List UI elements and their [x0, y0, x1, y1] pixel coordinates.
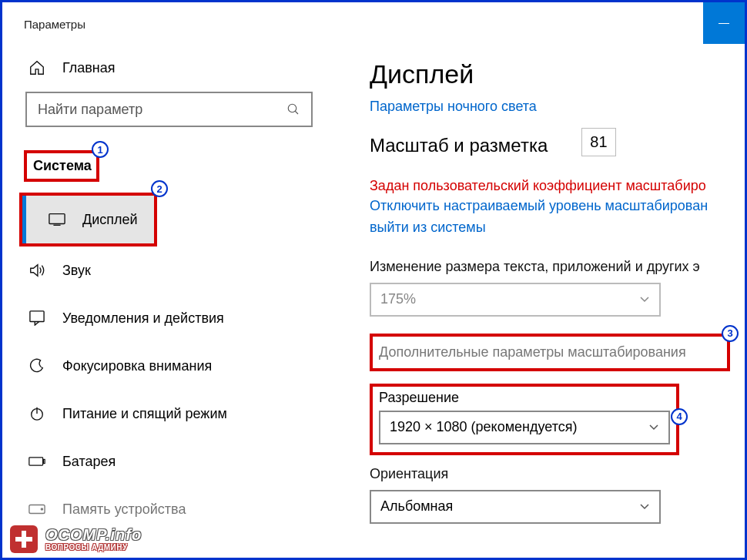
- svg-rect-8: [43, 459, 45, 463]
- chevron-down-icon: [648, 424, 659, 431]
- advanced-scaling-highlight: 3 Дополнительные параметры масштабирован…: [370, 334, 730, 371]
- svg-rect-7: [29, 458, 43, 465]
- watermark-line2: ВОПРОСЫ АДМИНУ: [45, 544, 142, 552]
- sidebar-item-focus[interactable]: Фокусировка внимания: [2, 342, 336, 390]
- home-icon: [28, 59, 45, 76]
- scale-select[interactable]: 175%: [370, 283, 661, 317]
- chevron-down-icon: [639, 296, 650, 303]
- callout-2: 2: [151, 180, 168, 197]
- resize-label: Изменение размера текста, приложений и д…: [370, 259, 745, 275]
- search-input[interactable]: Найти параметр: [25, 92, 313, 127]
- chevron-down-icon: [639, 503, 650, 511]
- window-title: Параметры: [24, 18, 85, 31]
- resolution-select[interactable]: 1920 × 1080 (рекомендуется): [379, 411, 670, 444]
- search-icon: [286, 102, 300, 116]
- svg-rect-4: [30, 311, 44, 322]
- minimize-button[interactable]: [703, 2, 745, 44]
- orientation-select[interactable]: Альбомная: [370, 490, 661, 524]
- night-light-link[interactable]: Параметры ночного света: [370, 99, 745, 115]
- svg-line-1: [295, 111, 298, 114]
- search-placeholder: Найти параметр: [38, 102, 286, 118]
- advanced-scaling-link[interactable]: Дополнительные параметры масштабирования: [379, 344, 686, 360]
- sidebar-item-power[interactable]: Питание и спящий режим: [2, 390, 336, 438]
- sidebar-home-label: Главная: [62, 60, 116, 76]
- watermark-line1: OCOMP.info: [45, 527, 142, 542]
- power-icon: [28, 406, 45, 421]
- titlebar: Параметры: [2, 2, 745, 45]
- settings-window: Параметры Главная Найти параметр 1 Систе…: [0, 0, 747, 560]
- callout-1: 1: [92, 141, 109, 158]
- resolution-highlight: 4 Разрешение 1920 × 1080 (рекомендуется): [370, 384, 679, 455]
- main-content: Дисплей Параметры ночного света Масштаб …: [336, 45, 745, 558]
- scale-heading: Масштаб и разметка: [370, 135, 548, 156]
- display-icon: [49, 213, 65, 226]
- sidebar-item-storage-label: Память устройства: [62, 501, 186, 518]
- sidebar-item-display[interactable]: Дисплей: [22, 196, 154, 243]
- sound-icon: [28, 263, 45, 278]
- resolution-select-value: 1920 × 1080 (рекомендуется): [390, 419, 648, 435]
- focus-icon: [28, 358, 45, 374]
- page-title: Дисплей: [370, 59, 745, 89]
- svg-rect-2: [49, 214, 65, 224]
- scale-select-value: 175%: [380, 291, 639, 307]
- disable-scaling-link[interactable]: Отключить настраиваемый уровень масштаби…: [370, 196, 745, 239]
- sidebar-item-focus-label: Фокусировка внимания: [62, 358, 212, 374]
- sidebar-section-system: Система: [27, 153, 96, 179]
- callout-4: 4: [671, 408, 688, 425]
- resolution-label: Разрешение: [379, 390, 670, 406]
- notifications-icon: [28, 310, 45, 326]
- orientation-select-value: Альбомная: [380, 498, 639, 515]
- svg-point-10: [41, 508, 42, 510]
- sidebar-item-display-label: Дисплей: [82, 212, 138, 228]
- watermark: OCOMP.info ВОПРОСЫ АДМИНУ: [10, 525, 142, 553]
- sidebar-item-battery-label: Батарея: [62, 454, 116, 470]
- scale-warning: Задан пользовательский коэффициент масшт…: [370, 178, 745, 194]
- scale-value[interactable]: 81: [581, 128, 615, 156]
- battery-icon: [28, 456, 45, 467]
- storage-icon: [28, 504, 45, 515]
- sidebar: Главная Найти параметр 1 Система 2: [2, 45, 336, 558]
- sidebar-item-battery[interactable]: Батарея: [2, 438, 336, 485]
- svg-point-0: [288, 104, 296, 112]
- sidebar-item-notifications-label: Уведомления и действия: [62, 310, 224, 327]
- callout-3: 3: [722, 325, 739, 342]
- sidebar-item-sound[interactable]: Звук: [2, 246, 336, 294]
- sidebar-item-notifications[interactable]: Уведомления и действия: [2, 294, 336, 342]
- sidebar-item-sound-label: Звук: [62, 263, 91, 279]
- orientation-label: Ориентация: [370, 466, 745, 482]
- sidebar-home[interactable]: Главная: [2, 45, 336, 92]
- section-system-highlight: 1 Система: [24, 150, 99, 182]
- watermark-plus-icon: [10, 525, 38, 553]
- sidebar-item-power-label: Питание и спящий режим: [62, 406, 227, 422]
